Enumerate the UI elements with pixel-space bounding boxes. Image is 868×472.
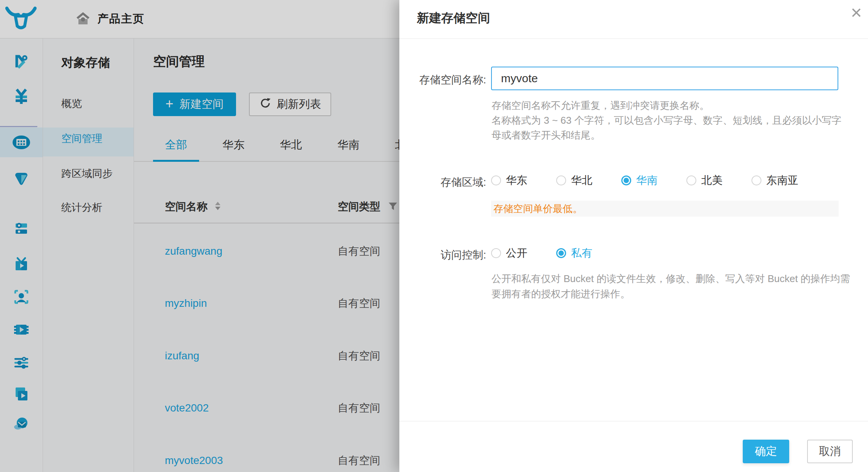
drawer-header: 新建存储空间 × [399, 0, 868, 39]
access-control-label: 访问控制: [399, 248, 486, 262]
bucket-name-help: 存储空间名称不允许重复，遇到冲突请更换名称。 名称格式为 3 ~ 63 个字符，… [491, 98, 851, 143]
region-radio-dongnanya[interactable]: 东南亚 [752, 173, 798, 188]
region-radio-beimei[interactable]: 北美 [686, 173, 723, 188]
radio-label: 华南 [636, 173, 657, 188]
qiniu-console-screen: 产品主页 [0, 0, 868, 472]
region-label: 存储区域: [399, 175, 486, 190]
radio-label: 东南亚 [766, 173, 798, 188]
region-radio-group: 华东 华北 华南 北美 东南亚 [491, 174, 827, 187]
access-control-help: 公开和私有仅对 Bucket 的读文件生效，修改、删除、写入等对 Bucket … [491, 271, 851, 301]
bucket-name-input[interactable] [491, 67, 838, 90]
access-radio-public[interactable]: 公开 [491, 246, 527, 260]
radio-checked-icon [556, 248, 566, 258]
close-icon[interactable]: × [851, 3, 862, 22]
cancel-button[interactable]: 取消 [807, 440, 853, 463]
create-bucket-drawer: 新建存储空间 × 存储空间名称: 存储空间名称不允许重复，遇到冲突请更换名称。 … [399, 0, 868, 472]
radio-checked-icon [621, 175, 631, 185]
radio-circle-icon [491, 248, 501, 258]
help-line-format: 名称格式为 3 ~ 63 个字符，可以包含小写字母、数字、短划线，且必须以小写字… [491, 113, 851, 143]
help-line-duplicate: 存储空间名称不允许重复，遇到冲突请更换名称。 [491, 98, 851, 113]
radio-label: 公开 [506, 246, 527, 260]
radio-circle-icon [491, 175, 501, 185]
radio-label: 华东 [506, 173, 527, 188]
region-radio-huanan[interactable]: 华南 [621, 173, 657, 188]
drawer-title: 新建存储空间 [417, 10, 490, 27]
confirm-button[interactable]: 确定 [743, 440, 789, 463]
access-radio-private[interactable]: 私有 [556, 246, 592, 260]
region-price-note: 存储空间单价最低。 [491, 201, 839, 217]
access-radio-group: 公开 私有 [491, 247, 621, 260]
radio-circle-icon [686, 175, 696, 185]
drawer-footer: 确定 取消 [399, 421, 868, 472]
region-radio-huadong[interactable]: 华东 [491, 173, 527, 188]
radio-circle-icon [752, 175, 761, 185]
radio-label: 华北 [571, 173, 592, 188]
radio-label: 北美 [701, 173, 723, 188]
radio-circle-icon [556, 175, 566, 185]
region-radio-huabei[interactable]: 华北 [556, 173, 592, 188]
radio-label: 私有 [571, 246, 592, 260]
bucket-name-label: 存储空间名称: [399, 73, 486, 87]
